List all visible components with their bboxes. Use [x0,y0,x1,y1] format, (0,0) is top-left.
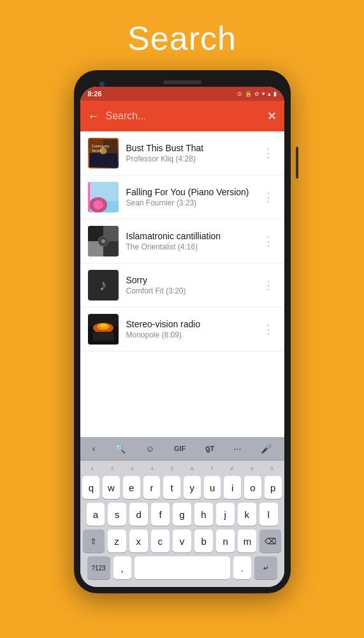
song-item[interactable]: Community Service Bust This Bust That Pr… [80,131,284,175]
key-period[interactable]: . [233,556,251,579]
status-icons: ⊙ 🔒 ⊘ ▾ ▴ ▮ [237,91,277,97]
svg-text:Service: Service [91,149,101,152]
song-item[interactable]: Islamatronic cantilliation The Orientali… [80,219,284,263]
keyboard-emoji-button[interactable]: ☺ [142,441,158,456]
song-artwork [88,182,119,212]
key-h[interactable]: h [194,503,213,526]
battery-icon: 🔒 [245,91,252,97]
search-input[interactable] [106,110,261,122]
clear-button[interactable]: ✕ [267,109,277,123]
num-hint: 3 [124,463,140,473]
svg-rect-8 [88,182,119,201]
key-a[interactable]: a [87,503,105,526]
key-n[interactable]: n [216,530,235,553]
num-hint: 0 [263,463,280,473]
key-r[interactable]: r [143,476,161,499]
back-button[interactable]: ← [88,110,99,123]
key-z[interactable]: z [108,530,126,553]
song-item[interactable]: Stereo-vision radio Monopole (8:09) ⋮ [80,308,284,352]
keyboard-mic-button[interactable]: 🎤 [257,441,275,456]
num-hint: 9 [244,463,260,473]
svg-rect-3 [89,153,117,167]
key-symbols[interactable]: ?123 [87,556,110,579]
svg-rect-24 [93,332,113,341]
more-button[interactable]: ⋮ [260,188,277,207]
key-f[interactable]: f [151,503,170,526]
more-button[interactable]: ⋮ [260,144,277,163]
key-y[interactable]: y [184,476,201,499]
svg-point-18 [101,239,105,243]
key-space[interactable] [135,556,230,579]
key-l[interactable]: l [259,503,278,526]
song-title: Islamatronic cantilliation [126,231,252,241]
signal-icon: ▴ [268,91,271,97]
keyboard-area: ‹ 🔍 ☺ GIF G̲T ··· 🎤 1 2 3 4 5 6 7 8 9 0 [80,437,284,587]
keyboard-row-4: ?123 , . ↵ [80,556,284,583]
song-info: Stereo-vision radio Monopole (8:09) [126,319,252,339]
num-hint: 5 [164,463,180,473]
key-backspace[interactable]: ⌫ [259,530,281,553]
num-hint: 1 [84,463,101,473]
phone-side-button [296,147,298,179]
song-item[interactable]: ♪ Sorry Comfort Fit (3:20) ⋮ [80,263,284,308]
key-shift[interactable]: ⇧ [83,530,105,553]
song-artwork [88,226,119,256]
song-meta: Comfort Fit (3:20) [126,286,252,295]
phone-camera [99,82,105,87]
phone-speaker [163,80,201,84]
mute-icon: ⊘ [254,91,259,97]
num-hint: 6 [184,463,200,473]
song-artwork: ♪ [88,270,119,300]
key-x[interactable]: x [129,530,148,553]
keyboard-more-button[interactable]: ··· [230,441,245,456]
key-v[interactable]: v [173,530,191,553]
key-p[interactable]: p [265,476,282,499]
num-hint: 2 [104,463,120,473]
svg-text:Community: Community [91,144,109,148]
key-g[interactable]: g [173,503,191,526]
wifi-icon: ▾ [262,91,265,97]
key-m[interactable]: m [238,530,256,553]
key-i[interactable]: i [224,476,241,499]
key-k[interactable]: k [238,503,256,526]
search-bar: ← ✕ [80,101,284,131]
keyboard-row-2: a s d f g h j k l [80,503,284,526]
song-item[interactable]: Falling For You (Piano Version) Sean Fou… [80,175,284,219]
keyboard-back-button[interactable]: ‹ [89,441,99,456]
song-list: Community Service Bust This Bust That Pr… [80,131,284,437]
status-time: 8:26 [88,90,102,98]
song-info: Bust This Bust That Professor Kliq (4:28… [126,143,252,163]
more-button[interactable]: ⋮ [260,320,277,339]
key-t[interactable]: t [163,476,180,499]
keyboard-gif-button[interactable]: GIF [170,442,189,455]
key-u[interactable]: u [204,476,221,499]
key-b[interactable]: b [194,530,213,553]
key-e[interactable]: e [123,476,140,499]
more-button[interactable]: ⋮ [260,232,277,251]
song-artwork [88,314,119,345]
song-meta: Professor Kliq (4:28) [126,154,252,163]
keyboard-toolbar: ‹ 🔍 ☺ GIF G̲T ··· 🎤 [80,437,284,461]
key-o[interactable]: o [244,476,261,499]
svg-rect-11 [88,182,90,212]
song-meta: The Orientalist (4:16) [126,242,252,251]
song-meta: Monopole (8:09) [126,330,252,339]
key-d[interactable]: d [129,503,148,526]
song-title: Sorry [126,275,252,285]
key-j[interactable]: j [216,503,235,526]
keyboard-translate-button[interactable]: G̲T [201,443,218,455]
keyboard-search-button[interactable]: 🔍 [111,441,129,456]
song-info: Islamatronic cantilliation The Orientali… [126,231,252,251]
key-comma[interactable]: , [113,556,131,579]
key-q[interactable]: q [82,476,99,499]
phone-frame: 8:26 ⊙ 🔒 ⊘ ▾ ▴ ▮ ← ✕ [74,70,291,593]
num-hint: 8 [224,463,240,473]
key-s[interactable]: s [108,503,126,526]
keyboard-row-1: q w e r t y u i o p [80,476,284,499]
key-c[interactable]: c [151,530,170,553]
keyboard-row-3: ⇧ z x c v b n m ⌫ [80,530,284,553]
phone-screen: 8:26 ⊙ 🔒 ⊘ ▾ ▴ ▮ ← ✕ [80,87,284,587]
key-w[interactable]: w [103,476,120,499]
key-return[interactable]: ↵ [254,556,277,579]
more-button[interactable]: ⋮ [260,276,277,295]
